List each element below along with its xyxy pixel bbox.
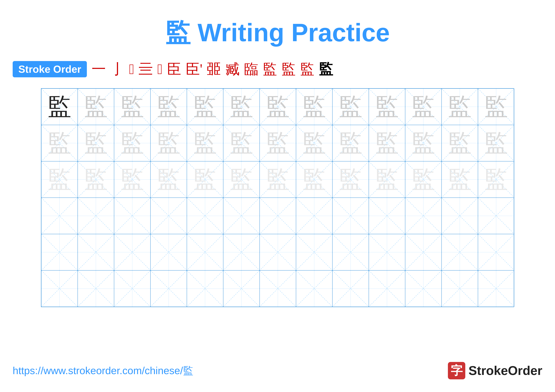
grid-cell-r6c5[interactable] <box>187 271 223 307</box>
grid-cell-r5c6[interactable] <box>223 234 260 271</box>
grid-cell-r4c11[interactable] <box>405 198 442 234</box>
cell-diag <box>296 198 332 234</box>
stroke-chars: 一 亅 𠃋 亖 𠂊 臣 臣' 臦 臧 臨 監 監 監 監 <box>92 59 333 79</box>
grid-cell-r4c12[interactable] <box>442 198 478 234</box>
practice-char: 監 <box>484 164 508 195</box>
grid-cell-r3c7[interactable]: 監 <box>260 161 296 198</box>
cell-diag <box>187 234 223 270</box>
grid-cell-r5c3[interactable] <box>114 234 150 271</box>
grid-cell-r6c3[interactable] <box>114 271 150 307</box>
cell-diag <box>442 271 478 306</box>
practice-char: 監 <box>411 127 435 159</box>
grid-cell-r4c5[interactable] <box>187 198 223 234</box>
grid-cell-r5c13[interactable] <box>478 234 514 271</box>
cell-diag <box>296 234 332 270</box>
grid-cell-r1c8[interactable]: 監 <box>296 89 332 125</box>
grid-cell-r6c9[interactable] <box>332 271 369 307</box>
cell-diag <box>151 234 187 270</box>
cell-diag <box>442 198 478 234</box>
grid-cell-r1c10[interactable]: 監 <box>369 89 405 125</box>
grid-cell-r5c7[interactable] <box>260 234 296 271</box>
practice-char: 監 <box>193 127 217 159</box>
grid-cell-r1c2[interactable]: 監 <box>78 89 114 125</box>
grid-cell-r6c6[interactable] <box>223 271 260 307</box>
grid-cell-r5c10[interactable] <box>369 234 405 271</box>
grid-cell-r2c8[interactable]: 監 <box>296 125 332 161</box>
grid-cell-r2c2[interactable]: 監 <box>78 125 114 161</box>
grid-cell-r4c8[interactable] <box>296 198 332 234</box>
grid-cell-r3c8[interactable]: 監 <box>296 161 332 198</box>
grid-cell-r1c13[interactable]: 監 <box>478 89 514 125</box>
grid-cell-r6c13[interactable] <box>478 271 514 307</box>
grid-cell-r5c11[interactable] <box>405 234 442 271</box>
grid-cell-r3c9[interactable]: 監 <box>332 161 369 198</box>
grid-cell-r2c10[interactable]: 監 <box>369 125 405 161</box>
grid-cell-r2c12[interactable]: 監 <box>442 125 478 161</box>
grid-cell-r2c11[interactable]: 監 <box>405 125 442 161</box>
grid-cell-r4c4[interactable] <box>150 198 187 234</box>
grid-cell-r4c9[interactable] <box>332 198 369 234</box>
cell-diag <box>151 198 187 234</box>
grid-cell-r3c12[interactable]: 監 <box>442 161 478 198</box>
grid-cell-r5c12[interactable] <box>442 234 478 271</box>
grid-cell-r1c6[interactable]: 監 <box>223 89 260 125</box>
title-area: 監 Writing Practice <box>165 16 390 50</box>
grid-cell-r3c2[interactable]: 監 <box>78 161 114 198</box>
grid-cell-r6c8[interactable] <box>296 271 332 307</box>
grid-cell-r5c1[interactable] <box>41 234 78 271</box>
grid-cell-r5c2[interactable] <box>78 234 114 271</box>
grid-cell-r3c6[interactable]: 監 <box>223 161 260 198</box>
practice-char: 監 <box>302 164 326 195</box>
grid-cell-r2c6[interactable]: 監 <box>223 125 260 161</box>
grid-cell-r6c4[interactable] <box>150 271 187 307</box>
grid-cell-r4c3[interactable] <box>114 198 150 234</box>
grid-cell-r2c5[interactable]: 監 <box>187 125 223 161</box>
grid-cell-r6c11[interactable] <box>405 271 442 307</box>
grid-cell-r4c7[interactable] <box>260 198 296 234</box>
grid-cell-r1c3[interactable]: 監 <box>114 89 150 125</box>
grid-cell-r3c4[interactable]: 監 <box>150 161 187 198</box>
grid-cell-r5c9[interactable] <box>332 234 369 271</box>
grid-cell-r6c2[interactable] <box>78 271 114 307</box>
grid-cell-r4c2[interactable] <box>78 198 114 234</box>
grid-cell-r6c10[interactable] <box>369 271 405 307</box>
grid-cell-r3c1[interactable]: 監 <box>41 161 78 198</box>
grid-cell-r5c4[interactable] <box>150 234 187 271</box>
grid-cell-r3c13[interactable]: 監 <box>478 161 514 198</box>
grid-cell-r2c4[interactable]: 監 <box>150 125 187 161</box>
grid-cell-r2c7[interactable]: 監 <box>260 125 296 161</box>
grid-cell-r4c13[interactable] <box>478 198 514 234</box>
practice-char: 監 <box>193 164 217 195</box>
grid-cell-r1c7[interactable]: 監 <box>260 89 296 125</box>
grid-cell-r2c9[interactable]: 監 <box>332 125 369 161</box>
grid-cell-r3c3[interactable]: 監 <box>114 161 150 198</box>
stroke-7: 臣' <box>186 59 202 79</box>
grid-cell-r4c6[interactable] <box>223 198 260 234</box>
grid-cell-r5c5[interactable] <box>187 234 223 271</box>
practice-char: 監 <box>411 164 435 195</box>
grid-cell-r4c10[interactable] <box>369 198 405 234</box>
grid-cell-r3c11[interactable]: 監 <box>405 161 442 198</box>
stroke-12: 監 <box>281 59 296 79</box>
grid-cell-r1c1[interactable]: 監 <box>41 89 78 125</box>
grid-cell-r3c10[interactable]: 監 <box>369 161 405 198</box>
grid-cell-r1c12[interactable]: 監 <box>442 89 478 125</box>
grid-cell-r5c8[interactable] <box>296 234 332 271</box>
footer-url-link[interactable]: https://www.strokeorder.com/chinese/監 <box>13 364 193 378</box>
grid-cell-r1c4[interactable]: 監 <box>150 89 187 125</box>
footer: https://www.strokeorder.com/chinese/監 字 … <box>13 362 542 379</box>
grid-cell-r6c1[interactable] <box>41 271 78 307</box>
practice-char: 監 <box>120 164 144 195</box>
grid-cell-r1c9[interactable]: 監 <box>332 89 369 125</box>
grid-cell-r1c5[interactable]: 監 <box>187 89 223 125</box>
cell-diag <box>478 234 514 270</box>
grid-cell-r3c5[interactable]: 監 <box>187 161 223 198</box>
grid-cell-r2c13[interactable]: 監 <box>478 125 514 161</box>
grid-cell-r6c7[interactable] <box>260 271 296 307</box>
grid-cell-r2c3[interactable]: 監 <box>114 125 150 161</box>
grid-cell-r4c1[interactable] <box>41 198 78 234</box>
grid-cell-r6c12[interactable] <box>442 271 478 307</box>
grid-cell-r1c11[interactable]: 監 <box>405 89 442 125</box>
cell-diag <box>223 198 259 234</box>
grid-cell-r2c1[interactable]: 監 <box>41 125 78 161</box>
